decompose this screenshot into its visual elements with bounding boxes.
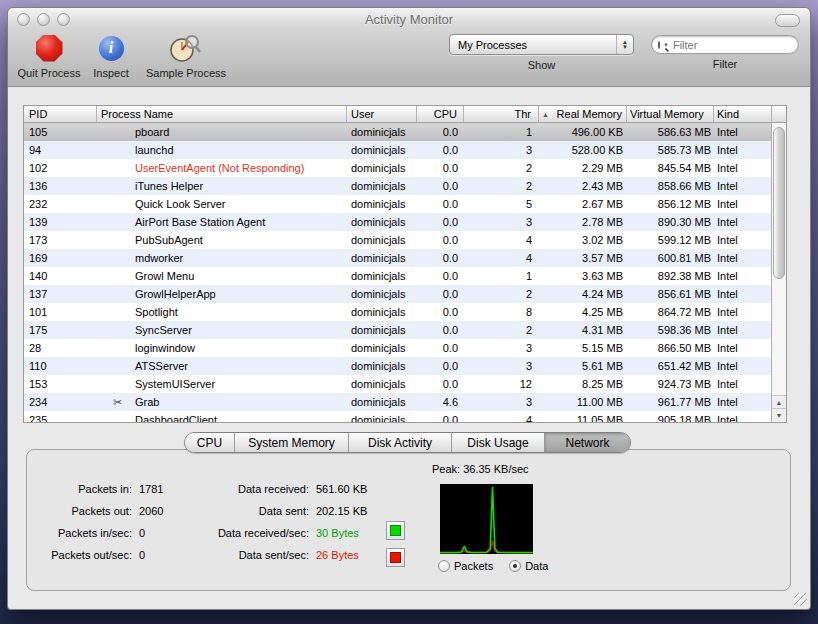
user-cell: dominicjals — [347, 234, 417, 246]
table-row[interactable]: 235DashboardClientdominicjals0.0411.05 M… — [24, 411, 786, 423]
column-header-kind[interactable]: Kind — [714, 106, 772, 122]
stat-row: Data received:561.60 KB — [177, 478, 367, 500]
kind-cell: Intel — [714, 216, 772, 228]
column-header-thr[interactable]: Thr — [464, 106, 539, 122]
column-header-virtual-memory[interactable]: Virtual Memory — [627, 106, 714, 122]
kind-cell: Intel — [714, 234, 772, 246]
vertical-scrollbar[interactable]: ▲ ▼ — [771, 106, 786, 422]
virtual-memory-cell: 892.38 MB — [627, 270, 714, 282]
threads-cell: 2 — [464, 180, 539, 192]
filter-input[interactable] — [669, 39, 815, 51]
resize-grip-icon[interactable] — [794, 593, 807, 606]
graph-line-data-sent — [440, 541, 533, 553]
tab-network[interactable]: Network — [545, 433, 630, 452]
quit-process-button[interactable]: Quit Process — [16, 32, 82, 79]
tab-cpu[interactable]: CPU — [185, 433, 235, 452]
pid-cell: 28 — [24, 342, 97, 354]
virtual-memory-cell: 856.61 MB — [627, 288, 714, 300]
tab-system-memory[interactable]: System Memory — [235, 433, 349, 452]
panel-tabbar: CPUSystem MemoryDisk ActivityDisk UsageN… — [184, 432, 631, 453]
kind-cell: Intel — [714, 198, 772, 210]
stop-icon — [36, 35, 63, 62]
process-name-cell: pboard — [97, 126, 347, 138]
threads-cell: 4 — [464, 252, 539, 264]
user-cell: dominicjals — [347, 252, 417, 264]
show-popup-button[interactable]: My Processes ▲▼ — [449, 34, 634, 55]
virtual-memory-cell: 961.77 MB — [627, 396, 714, 408]
table-row[interactable]: 234✂Grabdominicjals4.6311.00 MB961.77 MB… — [24, 393, 786, 411]
stat-label: Packets out: — [37, 505, 132, 517]
scrollbar-thumb[interactable] — [773, 127, 785, 279]
column-header-process-name[interactable]: Process Name — [97, 106, 347, 122]
column-header-real-memory[interactable]: ▲Real Memory — [539, 106, 627, 122]
table-row[interactable]: 232Quick Look Serverdominicjals0.052.67 … — [24, 195, 786, 213]
radio-data[interactable]: Data — [509, 560, 548, 572]
window-title: Activity Monitor — [8, 12, 810, 27]
stat-value: 1781 — [132, 483, 163, 495]
virtual-memory-cell: 858.66 MB — [627, 180, 714, 192]
cpu-cell: 0.0 — [417, 162, 464, 174]
stat-value: 0 — [132, 527, 145, 539]
cpu-cell: 0.0 — [417, 216, 464, 228]
kind-cell: Intel — [714, 396, 772, 408]
real-memory-cell: 11.00 MB — [539, 396, 627, 408]
tab-disk-usage[interactable]: Disk Usage — [452, 433, 545, 452]
table-row[interactable]: 140Growl Menudominicjals0.013.63 MB892.3… — [24, 267, 786, 285]
threads-cell: 3 — [464, 360, 539, 372]
kind-cell: Intel — [714, 144, 772, 156]
pid-cell: 235 — [24, 411, 97, 423]
column-header-pid[interactable]: PID — [24, 106, 97, 122]
user-cell: dominicjals — [347, 324, 417, 336]
user-cell: dominicjals — [347, 288, 417, 300]
inspect-button[interactable]: i Inspect — [84, 32, 138, 79]
stat-value: 2060 — [132, 505, 163, 517]
threads-cell: 2 — [464, 162, 539, 174]
column-header-cpu[interactable]: CPU — [417, 106, 464, 122]
scroll-down-button[interactable]: ▼ — [772, 408, 786, 421]
table-row[interactable]: 139AirPort Base Station Agentdominicjals… — [24, 213, 786, 231]
virtual-memory-cell: 866.50 MB — [627, 342, 714, 354]
virtual-memory-cell: 600.81 MB — [627, 252, 714, 264]
table-row[interactable]: 28loginwindowdominicjals0.035.15 MB866.5… — [24, 339, 786, 357]
kind-cell: Intel — [714, 162, 772, 174]
table-row[interactable]: 101Spotlightdominicjals0.084.25 MB864.72… — [24, 303, 786, 321]
column-header-user[interactable]: User — [347, 106, 417, 122]
cpu-cell: 0.0 — [417, 270, 464, 282]
radio-packets[interactable]: Packets — [438, 560, 493, 572]
user-cell: dominicjals — [347, 144, 417, 156]
pid-cell: 139 — [24, 216, 97, 228]
table-row[interactable]: 110ATSServerdominicjals0.035.61 MB651.42… — [24, 357, 786, 375]
table-row[interactable]: 105pboarddominicjals0.01496.00 KB586.63 … — [24, 123, 786, 141]
user-cell: dominicjals — [347, 216, 417, 228]
stat-label: Packets in: — [37, 483, 132, 495]
data-sent-color-button[interactable] — [386, 548, 405, 567]
stat-label: Data sent: — [177, 505, 309, 517]
tab-disk-activity[interactable]: Disk Activity — [349, 433, 452, 452]
table-row[interactable]: 169mdworkerdominicjals0.043.57 MB600.81 … — [24, 249, 786, 267]
scrollbar-header-stub — [772, 106, 786, 123]
cpu-cell: 0.0 — [417, 324, 464, 336]
table-row[interactable]: 153SystemUIServerdominicjals0.0128.25 MB… — [24, 375, 786, 393]
table-row[interactable]: 94launchddominicjals0.03528.00 KB585.73 … — [24, 141, 786, 159]
pid-cell: 105 — [24, 126, 97, 138]
grab-app-icon: ✂ — [113, 396, 135, 409]
radio-button-icon — [438, 560, 450, 572]
show-group: My Processes ▲▼ Show — [449, 34, 634, 71]
data-received-color-button[interactable] — [386, 521, 405, 540]
table-row[interactable]: 175SyncServerdominicjals0.024.31 MB598.3… — [24, 321, 786, 339]
filter-group: ▼ Filter — [651, 35, 799, 70]
table-row[interactable]: 136iTunes Helperdominicjals0.022.43 MB85… — [24, 177, 786, 195]
real-memory-cell: 3.57 MB — [539, 252, 627, 264]
filter-field[interactable]: ▼ — [651, 35, 799, 54]
green-swatch-icon — [390, 525, 401, 536]
stat-row: Packets out:2060 — [37, 500, 163, 522]
table-row[interactable]: 102UserEventAgent (Not Responding)domini… — [24, 159, 786, 177]
table-row[interactable]: 137GrowlHelperAppdominicjals0.024.24 MB8… — [24, 285, 786, 303]
user-cell: dominicjals — [347, 162, 417, 174]
stat-row: Data sent:202.15 KB — [177, 500, 367, 522]
toolbar-toggle-button[interactable] — [775, 14, 800, 27]
table-row[interactable]: 173PubSubAgentdominicjals0.043.02 MB599.… — [24, 231, 786, 249]
scroll-up-button[interactable]: ▲ — [772, 395, 786, 408]
kind-cell: Intel — [714, 252, 772, 264]
sample-process-button[interactable]: Sample Process — [142, 32, 230, 79]
